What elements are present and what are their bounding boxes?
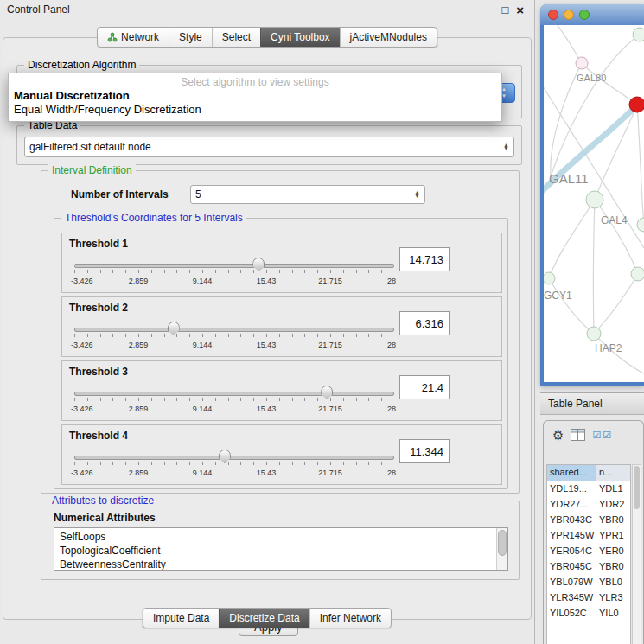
zoom-traffic-light-icon[interactable] [579, 10, 590, 20]
network-window-titlebar[interactable] [540, 4, 644, 25]
table-row[interactable]: YER054C YER0 [547, 543, 630, 558]
threshold-3-value-box[interactable]: 21.4 [399, 375, 450, 399]
cell-shared-name[interactable]: YBR043C [547, 514, 596, 525]
column-header-shared-name[interactable]: shared... [547, 465, 596, 481]
table-scrollbar[interactable] [632, 464, 641, 644]
cell-name[interactable]: YBL0 [596, 577, 630, 587]
cell-name[interactable]: YLR3 [596, 592, 630, 603]
close-icon[interactable]: × [516, 3, 524, 16]
tab-select-label: Select [222, 31, 251, 43]
threshold-1-label: Threshold 1 [69, 238, 128, 250]
cell-shared-name[interactable]: YDR27... [547, 499, 596, 509]
threshold-2-slider[interactable]: -3.426 2.859 9.144 15.43 21.715 28 [74, 322, 394, 354]
cell-name[interactable]: YIL0 [596, 608, 630, 618]
gene-node[interactable] [544, 272, 555, 284]
cell-shared-name[interactable]: YER054C [547, 545, 596, 556]
cell-shared-name[interactable]: YBR045C [547, 561, 596, 571]
cell-shared-name[interactable]: YIL052C [547, 608, 596, 618]
select-columns-icons[interactable]: ☑ ☑ [592, 430, 611, 440]
slider-track[interactable] [74, 456, 394, 460]
tab-cyni-toolbox[interactable]: Cyni Toolbox [260, 28, 339, 47]
gene-node[interactable] [637, 218, 644, 232]
threshold-4-panel: Threshold 4 -3.426 2.859 9.144 15.43 21.… [61, 424, 502, 485]
slider-track[interactable] [74, 328, 394, 332]
cell-shared-name[interactable]: YLR345W [547, 592, 596, 603]
threshold-1-value-box[interactable]: 14.713 [399, 247, 450, 271]
tab-discretize-data-label: Discretize Data [229, 612, 299, 624]
threshold-4-slider[interactable]: -3.426 2.859 9.144 15.43 21.715 28 [74, 450, 394, 482]
cell-name[interactable]: YBR0 [596, 561, 630, 571]
scale-label: 15.43 [257, 469, 277, 477]
list-item-betweennesscentrality[interactable]: BetweennessCentrality [54, 558, 507, 571]
threshold-4-value-box[interactable]: 11.344 [399, 439, 450, 463]
slider-track[interactable] [74, 392, 394, 396]
number-of-intervals-value: 5 [195, 188, 201, 201]
tab-select[interactable]: Select [212, 28, 260, 47]
gene-node[interactable] [631, 267, 644, 281]
gene-node[interactable] [587, 327, 601, 341]
slider-ticks [74, 398, 394, 401]
threshold-2-value-box[interactable]: 6.316 [399, 311, 450, 335]
tab-network[interactable]: Network [98, 28, 169, 47]
cell-shared-name[interactable]: YDL19... [547, 483, 596, 494]
cell-shared-name[interactable]: YBL079W [547, 577, 596, 587]
cell-shared-name[interactable]: YPR145W [547, 530, 596, 540]
list-item-selfloops[interactable]: SelfLoops [54, 530, 507, 544]
checkbox-icon[interactable]: ☑ [603, 430, 611, 440]
table-row[interactable]: YIL052C YIL0 [547, 605, 630, 621]
scale-label: -3.426 [71, 341, 93, 349]
scale-label: 2.859 [129, 469, 149, 477]
table-data-combobox-value: galFiltered.sif default node [29, 141, 151, 153]
network-canvas[interactable]: GAL80 GAL11 GAL4 GCY1 HAP2 [544, 25, 644, 382]
gene-node[interactable] [586, 191, 603, 208]
threshold-3-slider[interactable]: -3.426 2.859 9.144 15.43 21.715 28 [74, 386, 394, 418]
gear-icon[interactable]: ⚙ [552, 429, 564, 442]
columns-icon[interactable] [571, 429, 585, 441]
cell-name[interactable]: YDL1 [596, 483, 630, 494]
threshold-3-label: Threshold 3 [69, 366, 128, 378]
node-label-gal4: GAL4 [601, 214, 628, 226]
table-row[interactable]: YDL19... YDL1 [547, 481, 630, 496]
tab-style[interactable]: Style [169, 28, 212, 47]
scale-label: 9.144 [193, 469, 213, 477]
table-row[interactable]: YBR045C YBR0 [547, 558, 630, 574]
numerical-attributes-list[interactable]: SelfLoops TopologicalCoefficient Between… [54, 527, 508, 571]
cell-name[interactable]: YER0 [596, 545, 630, 556]
dropdown-option-manual-discretization[interactable]: Manual Discretization [9, 89, 501, 103]
cell-name[interactable]: YBR0 [596, 514, 630, 525]
cell-name[interactable]: YPR1 [596, 530, 630, 540]
tab-infer-network[interactable]: Infer Network [309, 609, 391, 628]
threshold-1-slider[interactable]: -3.426 2.859 9.144 15.43 21.715 28 [74, 258, 394, 290]
table-row[interactable]: YDR27... YDR2 [547, 496, 630, 512]
minimize-icon[interactable]: □ [501, 4, 508, 16]
table-row[interactable]: YPR145W YPR1 [547, 527, 630, 543]
scrollbar-thumb[interactable] [634, 466, 640, 509]
tab-discretize-data[interactable]: Discretize Data [219, 609, 309, 628]
column-header-name[interactable]: n... [596, 465, 630, 481]
tab-jactivemnodules[interactable]: jActiveMNodules [340, 28, 437, 47]
scale-label: -3.426 [71, 469, 93, 477]
tab-impute-data[interactable]: Impute Data [143, 609, 219, 628]
tab-cyni-toolbox-label: Cyni Toolbox [271, 31, 329, 43]
network-icon [107, 32, 118, 42]
table-row[interactable]: YLR345W YLR3 [547, 590, 630, 605]
gene-node[interactable] [633, 28, 644, 41]
dropdown-option-equal-width-frequency[interactable]: Equal Width/Frequency Discretization [9, 103, 501, 117]
slider-track[interactable] [74, 264, 394, 268]
minimize-traffic-light-icon[interactable] [564, 10, 574, 20]
table-data-combobox[interactable]: galFiltered.sif default node ▲▼ [24, 137, 514, 157]
checkbox-icon[interactable]: ☑ [592, 430, 601, 440]
close-traffic-light-icon[interactable] [548, 10, 558, 20]
gene-node-pink[interactable] [576, 57, 588, 69]
table-row[interactable]: YBL079W YBL0 [547, 574, 630, 590]
interval-definition-group-title: Interval Definition [48, 164, 136, 176]
number-of-intervals-combobox[interactable]: 5 ▲▼ [190, 185, 425, 204]
selected-node-red[interactable] [629, 97, 644, 112]
list-item-topologicalcoefficient[interactable]: TopologicalCoefficient [54, 544, 507, 558]
attributes-list-scrollbar[interactable] [496, 528, 507, 570]
cell-name[interactable]: YDR2 [596, 499, 630, 509]
attributes-to-discretize-group: Attributes to discretize Numerical Attri… [41, 501, 520, 580]
table-row[interactable]: YBR043C YBR0 [547, 512, 630, 527]
scrollbar-thumb[interactable] [498, 530, 507, 556]
bottom-tabbar: Impute Data Discretize Data Infer Networ… [143, 608, 392, 628]
